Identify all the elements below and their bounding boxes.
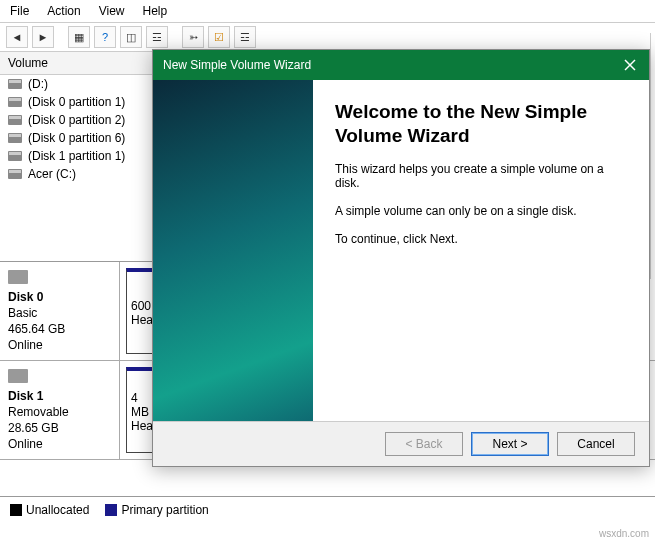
disk-type: Basic xyxy=(8,306,111,320)
drive-icon xyxy=(8,169,22,179)
legend-primary: Primary partition xyxy=(105,503,208,517)
back-button[interactable]: ◄ xyxy=(6,26,28,48)
disk-size: 465.64 GB xyxy=(8,322,111,336)
new-simple-volume-wizard: New Simple Volume Wizard Welcome to the … xyxy=(152,49,650,467)
wizard-text-2: A simple volume can only be on a single … xyxy=(335,204,627,218)
toolbar-btn-4[interactable]: ➳ xyxy=(182,26,204,48)
volume-label: (Disk 0 partition 6) xyxy=(28,131,125,145)
toolbar-btn-3[interactable]: ☲ xyxy=(146,26,168,48)
drive-icon xyxy=(8,79,22,89)
forward-button[interactable]: ► xyxy=(32,26,54,48)
menu-help[interactable]: Help xyxy=(143,4,168,18)
drive-icon xyxy=(8,97,22,107)
volume-label: (Disk 1 partition 1) xyxy=(28,149,125,163)
right-edge xyxy=(650,33,655,279)
toolbar-btn-5[interactable]: ☑ xyxy=(208,26,230,48)
wizard-heading: Welcome to the New Simple Volume Wizard xyxy=(335,100,627,148)
disk-icon xyxy=(8,270,28,284)
disk-type: Removable xyxy=(8,405,111,419)
menu-action[interactable]: Action xyxy=(47,4,80,18)
next-button[interactable]: Next > xyxy=(471,432,549,456)
menubar: File Action View Help xyxy=(0,0,655,23)
volume-label: (Disk 0 partition 2) xyxy=(28,113,125,127)
disk-0-info[interactable]: Disk 0 Basic 465.64 GB Online xyxy=(0,262,120,360)
wizard-text-1: This wizard helps you create a simple vo… xyxy=(335,162,627,190)
drive-icon xyxy=(8,133,22,143)
toolbar-btn-1[interactable]: ▦ xyxy=(68,26,90,48)
drive-icon xyxy=(8,115,22,125)
disk-name: Disk 1 xyxy=(8,389,111,403)
column-volume[interactable]: Volume xyxy=(0,52,160,74)
wizard-title: New Simple Volume Wizard xyxy=(163,58,311,72)
wizard-body: Welcome to the New Simple Volume Wizard … xyxy=(153,80,649,421)
wizard-text-3: To continue, click Next. xyxy=(335,232,627,246)
menu-file[interactable]: File xyxy=(10,4,29,18)
wizard-button-bar: < Back Next > Cancel xyxy=(153,421,649,466)
legend-unallocated: Unallocated xyxy=(10,503,89,517)
drive-icon xyxy=(8,151,22,161)
legend-swatch-unallocated xyxy=(10,504,22,516)
wizard-content: Welcome to the New Simple Volume Wizard … xyxy=(313,80,649,421)
toolbar-btn-6[interactable]: ☲ xyxy=(234,26,256,48)
wizard-titlebar[interactable]: New Simple Volume Wizard xyxy=(153,50,649,80)
watermark: wsxdn.com xyxy=(599,528,649,539)
legend-swatch-primary xyxy=(105,504,117,516)
disk-status: Online xyxy=(8,437,111,451)
disk-size: 28.65 GB xyxy=(8,421,111,435)
wizard-sidebar-image xyxy=(153,80,313,421)
disk-1-info[interactable]: Disk 1 Removable 28.65 GB Online xyxy=(0,361,120,459)
back-button: < Back xyxy=(385,432,463,456)
cancel-button[interactable]: Cancel xyxy=(557,432,635,456)
volume-label: Acer (C:) xyxy=(28,167,76,181)
disk-icon xyxy=(8,369,28,383)
disk-status: Online xyxy=(8,338,111,352)
close-icon[interactable] xyxy=(621,56,639,74)
volume-label: (Disk 0 partition 1) xyxy=(28,95,125,109)
volume-label: (D:) xyxy=(28,77,48,91)
toolbar: ◄ ► ▦ ? ◫ ☲ ➳ ☑ ☲ xyxy=(0,23,655,52)
disk-name: Disk 0 xyxy=(8,290,111,304)
help-button[interactable]: ? xyxy=(94,26,116,48)
legend: Unallocated Primary partition xyxy=(0,497,655,523)
toolbar-btn-2[interactable]: ◫ xyxy=(120,26,142,48)
menu-view[interactable]: View xyxy=(99,4,125,18)
